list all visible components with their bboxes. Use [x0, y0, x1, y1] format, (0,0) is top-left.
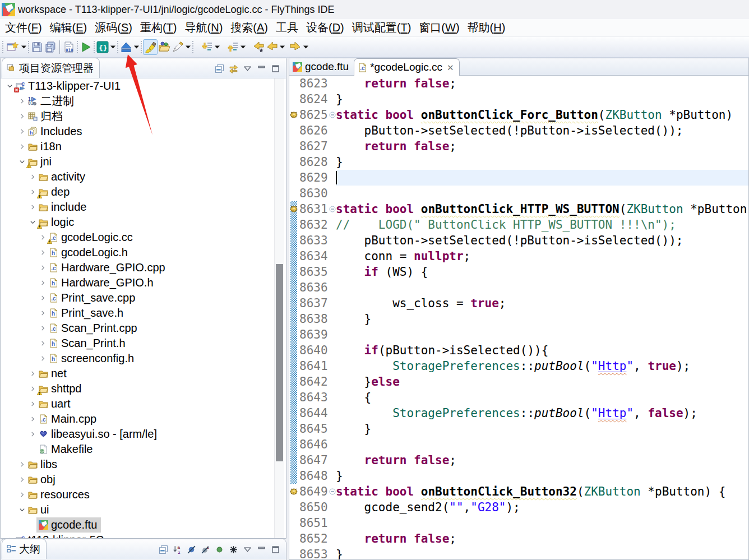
twistie-collapsed-icon[interactable]	[39, 294, 47, 302]
twistie-collapsed-icon[interactable]	[29, 385, 36, 392]
code-text[interactable]: StoragePreferences::putBool("Http", true…	[336, 358, 748, 374]
twistie-collapsed-icon[interactable]	[6, 536, 13, 538]
tree-item-screenconfig-h[interactable]: hscreenconfig.h	[1, 351, 286, 366]
code-text[interactable]: }	[336, 154, 748, 170]
twistie-expanded-icon[interactable]	[19, 506, 26, 513]
code-text[interactable]: {	[336, 390, 748, 405]
tree-scrollbar-thumb[interactable]	[276, 264, 283, 461]
tree-item-jni[interactable]: jni	[1, 154, 286, 169]
minimize-icon[interactable]	[255, 62, 267, 75]
twistie-expanded-icon[interactable]	[6, 82, 13, 90]
code-text[interactable]: return false;	[336, 138, 748, 154]
edit-mode-button[interactable]	[171, 39, 184, 55]
dropdown-arrow-icon[interactable]	[214, 39, 220, 55]
twistie-collapsed-icon[interactable]	[29, 431, 36, 438]
binary-button[interactable]: 010	[62, 39, 76, 55]
tree-item-gcodelogic-cc[interactable]: .cgcodeLogic.cc	[1, 230, 286, 245]
next-annotation-button[interactable]	[200, 39, 214, 55]
dropdown-arrow-icon[interactable]	[239, 39, 246, 55]
tree-item-gcodelogic-h[interactable]: hgcodeLogic.h	[1, 245, 286, 260]
editor-tab-gcode.ftu[interactable]: gcode.ftu	[289, 58, 354, 75]
code-text[interactable]: }	[336, 468, 748, 484]
outline-minimize-icon[interactable]	[255, 543, 267, 556]
tree-item-obj[interactable]: obj	[1, 472, 286, 487]
tree-item-includes[interactable]: hIncludes	[1, 124, 286, 139]
tree-item-main-cpp[interactable]: .cMain.cpp	[1, 411, 286, 427]
menu-item-5[interactable]: 搜索(A)	[228, 20, 270, 35]
tree-item-scan-print-cpp[interactable]: .cScan_Print.cpp	[1, 321, 286, 336]
twistie-collapsed-icon[interactable]	[19, 491, 26, 498]
tree-item-shttpd[interactable]: shttpd	[1, 381, 286, 396]
editor-tab-gcodeLogic.cc[interactable]: .c*gcodeLogic.cc✕	[354, 58, 459, 76]
tree-scrollbar[interactable]	[274, 78, 284, 538]
view-menu-icon[interactable]	[241, 62, 253, 75]
code-text[interactable]: if(pButton->isSelected()){	[336, 343, 748, 358]
code-text[interactable]: return false;	[336, 76, 748, 91]
code-text[interactable]: static bool onButtonClick_HTTP_WS_BUTTON…	[336, 201, 748, 217]
tree-item-ui[interactable]: ui	[1, 502, 286, 517]
menu-item-2[interactable]: 源码(S)	[93, 20, 135, 35]
dropdown-arrow-icon[interactable]	[133, 39, 140, 55]
outline-maximize-icon[interactable]	[269, 543, 281, 556]
twistie-collapsed-icon[interactable]	[39, 234, 47, 241]
code-text[interactable]: return false;	[336, 452, 748, 468]
hide-fields-icon[interactable]	[185, 543, 197, 556]
tree-item-t113-klipper-5c[interactable]: Ct113-klipper-5C	[1, 533, 286, 538]
code-text[interactable]	[336, 327, 748, 343]
twistie-collapsed-icon[interactable]	[39, 249, 47, 256]
tree-item-scan-print-h[interactable]: hScan_Print.h	[1, 336, 286, 351]
code-text[interactable]	[336, 437, 748, 452]
twistie-expanded-icon[interactable]	[19, 158, 26, 165]
tree-item-print-save-h[interactable]: hPrint_save.h	[1, 306, 286, 321]
code-text[interactable]	[336, 515, 748, 531]
twistie-collapsed-icon[interactable]	[39, 340, 47, 347]
dropdown-arrow-icon[interactable]	[109, 39, 116, 55]
code-text[interactable]: static bool onButtonClick_Button32(ZKBut…	[336, 484, 748, 499]
open-resource-button[interactable]	[158, 39, 171, 55]
twistie-collapsed-icon[interactable]	[19, 98, 26, 105]
back-button[interactable]	[265, 39, 279, 55]
forward-button[interactable]	[289, 39, 302, 55]
code-text[interactable]	[336, 186, 748, 201]
tree-item-libs[interactable]: libs	[1, 457, 286, 472]
fold-collapse-icon[interactable]	[329, 107, 336, 123]
tree-item-print-save-cpp[interactable]: .cPrint_save.cpp	[1, 290, 286, 306]
sort-icon[interactable]: az	[171, 543, 183, 556]
twistie-collapsed-icon[interactable]	[29, 188, 36, 196]
code-text[interactable]: if (WS) {	[336, 264, 748, 280]
save-all-button[interactable]	[44, 39, 57, 55]
code-text[interactable]: pButton->setSelected(!pButton->isSelecte…	[336, 233, 748, 248]
code-text[interactable]	[336, 280, 748, 295]
dropdown-arrow-icon[interactable]	[20, 39, 27, 55]
code-text[interactable]: conn = nullptr;	[336, 248, 748, 264]
tree-item-include[interactable]: include	[1, 200, 286, 215]
tree-item-gcode-ftu[interactable]: gcode.ftu	[1, 517, 286, 533]
menu-item-6[interactable]: 工具	[274, 20, 300, 35]
code-text[interactable]: static bool onButtonClick_Forc_Button(ZK…	[336, 107, 748, 123]
twistie-collapsed-icon[interactable]	[29, 173, 36, 181]
tree-item-logic[interactable]: logic	[1, 215, 286, 230]
build-button[interactable]: {}	[96, 39, 109, 55]
twistie-collapsed-icon[interactable]	[19, 461, 26, 468]
new-button[interactable]	[4, 39, 20, 55]
menu-item-9[interactable]: 窗口(W)	[417, 20, 461, 35]
tree-item-net[interactable]: net	[1, 366, 286, 381]
outline-collapse-all-icon[interactable]	[157, 543, 169, 556]
menu-item-0[interactable]: 文件(F)	[3, 20, 44, 35]
close-tab-icon[interactable]: ✕	[447, 63, 454, 72]
twistie-collapsed-icon[interactable]	[19, 128, 26, 135]
twistie-collapsed-icon[interactable]	[39, 279, 47, 286]
hide-non-public-icon[interactable]	[213, 543, 225, 556]
save-button[interactable]	[30, 39, 44, 55]
dropdown-arrow-icon[interactable]	[302, 39, 309, 55]
code-text[interactable]	[336, 170, 748, 186]
menu-item-10[interactable]: 帮助(H)	[465, 20, 508, 35]
flash-download-button[interactable]	[119, 39, 133, 55]
prev-annotation-button[interactable]	[226, 39, 239, 55]
toolbar-grip[interactable]	[191, 40, 195, 54]
twistie-collapsed-icon[interactable]	[39, 264, 47, 271]
dropdown-arrow-icon[interactable]	[184, 39, 191, 55]
tree-item--[interactable]: 归档	[1, 109, 286, 124]
maximize-icon[interactable]	[269, 62, 281, 75]
code-text[interactable]: ws_closs = true;	[336, 295, 748, 311]
